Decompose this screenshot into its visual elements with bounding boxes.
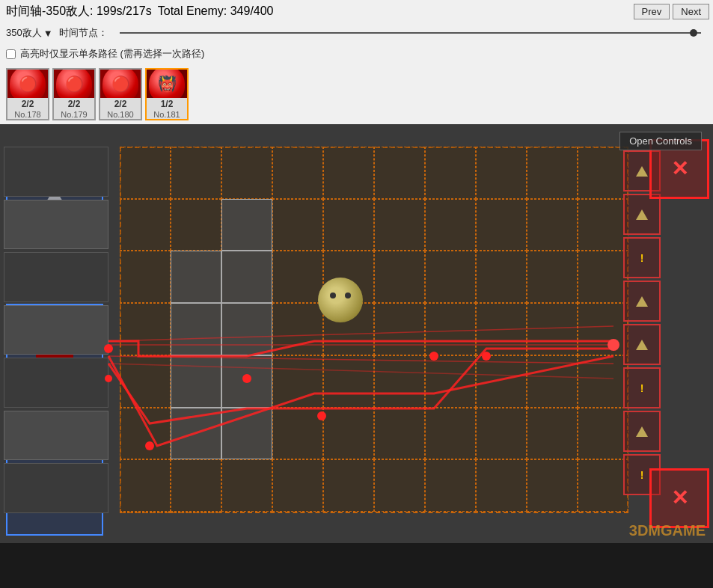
game-map: \ / / \ ⚔ !	[0, 124, 713, 543]
card-no-179: No.179	[61, 110, 87, 119]
red-x-top: ✕	[671, 159, 688, 180]
dropdown-arrow-icon: ▼	[43, 28, 53, 39]
time-node-label: 时间节点：	[59, 26, 108, 40]
card-no-178: No.178	[14, 110, 40, 119]
card-count-178: 2/2	[22, 98, 34, 110]
card-count-181: 1/2	[161, 98, 174, 110]
time-info: 时间轴-350敌人: 199s/217s	[6, 4, 152, 19]
rs-box-2	[623, 194, 661, 235]
enemy-sprite-179: 🔴	[56, 70, 92, 98]
rs-box-3: !	[623, 237, 661, 278]
rs-box-5	[623, 324, 661, 365]
exclamation-r3: !	[640, 252, 644, 264]
char-eye-left	[330, 293, 336, 298]
enemy-card-180[interactable]: 🔴 2/2 No.180	[99, 68, 142, 120]
timeline-line	[120, 32, 701, 34]
watermark-text: 3DMGAME	[629, 522, 706, 539]
enemy-sprite-178: 🔴	[10, 70, 46, 98]
highlight-label[interactable]: 高亮时仅显示单条路径 (需再选择一次路径)	[20, 47, 204, 61]
rs-box-7	[623, 411, 661, 452]
card-count-180: 2/2	[114, 98, 127, 110]
center-character	[314, 274, 367, 326]
highlight-checkbox[interactable]	[6, 49, 16, 59]
timeline-dot[interactable]	[690, 29, 697, 37]
enemy-card-181[interactable]: 👹 1/2 No.181 屠宰老手 开始时间： 187s 结束时间： 217s …	[145, 68, 189, 120]
card-no-181: No.181	[153, 110, 180, 119]
triangle-icon-r7	[636, 426, 648, 437]
enemy-card-179[interactable]: 🔴 2/2 No.179	[52, 68, 96, 120]
triangle-icon-r5	[636, 340, 648, 350]
cards-row: 🔴 2/2 No.178 🔴 2/2 No.179 🔴 2/2 No.180 👹…	[0, 64, 713, 124]
next-button[interactable]: Next	[673, 4, 709, 19]
total-enemy: Total Enemy: 349/400	[158, 4, 274, 18]
rs-box-4	[623, 281, 661, 322]
enemy-dropdown[interactable]: 350敌人 ▼	[6, 26, 53, 40]
enemy-sprite-181: 👹	[149, 70, 185, 98]
red-x-bottom: ✕	[671, 488, 688, 509]
bottom-right-big-box: ✕	[649, 468, 709, 528]
card-no-180: No.180	[107, 110, 133, 119]
triangle-icon-r1	[636, 166, 648, 177]
card-count-179: 2/2	[68, 98, 81, 110]
second-bar: 350敌人 ▼ 时间节点：	[0, 22, 713, 43]
rs-box-6: !	[623, 367, 661, 408]
prev-button[interactable]: Prev	[634, 4, 670, 19]
exclamation-r6: !	[640, 382, 644, 394]
enemy-card-178[interactable]: 🔴 2/2 No.178	[6, 68, 49, 120]
open-controls-button[interactable]: Open Controls	[619, 132, 702, 150]
triangle-icon-r2	[636, 209, 648, 220]
enemy-sprite-180: 🔴	[102, 70, 138, 98]
timeline-container	[120, 32, 701, 34]
third-bar: 高亮时仅显示单条路径 (需再选择一次路径)	[0, 43, 713, 64]
exclamation-r8: !	[640, 469, 644, 481]
char-eye-right	[345, 293, 351, 298]
nav-buttons: Prev Next	[634, 4, 709, 19]
triangle-icon-r4	[636, 296, 648, 307]
top-bar: 时间轴-350敌人: 199s/217s Total Enemy: 349/40…	[0, 0, 713, 22]
